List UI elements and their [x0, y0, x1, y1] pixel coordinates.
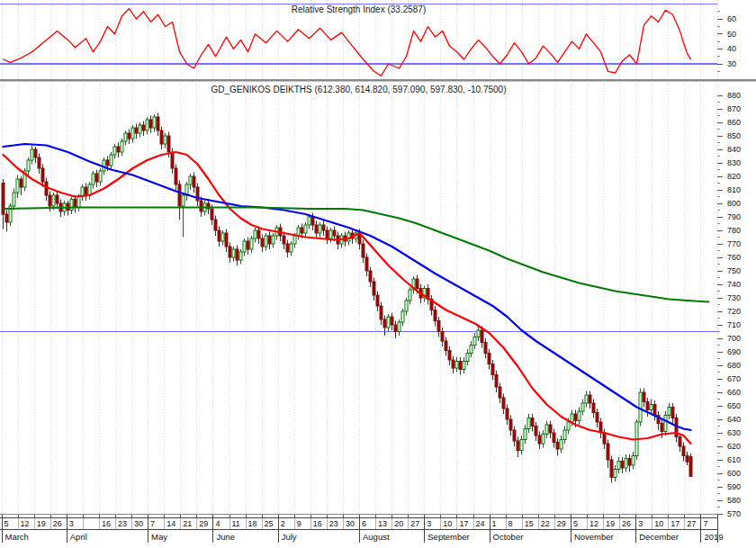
candle-body [481, 330, 483, 343]
ma-green-line [4, 208, 709, 302]
candle [247, 238, 249, 256]
candle [31, 146, 33, 165]
week-label: 26 [53, 519, 62, 528]
candle [412, 276, 415, 294]
candle-body [193, 176, 195, 187]
candle [290, 241, 292, 256]
candle-body [531, 418, 534, 427]
candle [459, 357, 462, 375]
candle-body [95, 174, 98, 182]
candle [545, 421, 548, 439]
candle-body [373, 282, 375, 295]
candle-body [491, 364, 494, 375]
candle [455, 357, 458, 373]
week-label: 29 [557, 519, 566, 528]
candle-body [589, 395, 591, 403]
week-label: 27 [687, 519, 696, 528]
candle-body [41, 168, 44, 182]
week-label: 23 [118, 519, 127, 528]
week-label: 16 [102, 519, 111, 528]
candle [185, 182, 188, 201]
candle-body [175, 168, 177, 184]
candle [509, 416, 512, 436]
price-axis-label: 790 [727, 212, 741, 221]
candle-body [74, 200, 76, 208]
candle [261, 235, 264, 253]
candle [560, 436, 562, 454]
candle-body [304, 225, 307, 233]
chart-canvas: 6050403088087086085084083082081080079078… [0, 0, 756, 548]
candle [221, 230, 224, 246]
price-axis-label: 680 [727, 361, 741, 370]
week-label: 10 [443, 519, 452, 528]
week-label: 23 [329, 519, 338, 528]
candle-body [243, 241, 246, 252]
candle-body [254, 230, 256, 238]
price-axis-label: 880 [727, 91, 741, 100]
candle-body [625, 459, 627, 469]
candle-body [283, 236, 285, 244]
candle [142, 121, 145, 137]
candle-body [434, 310, 436, 321]
candle [38, 154, 40, 175]
candle-body [437, 321, 440, 332]
candle-body [92, 174, 94, 184]
candle [373, 278, 375, 301]
candle [679, 433, 681, 452]
candle-body [261, 238, 264, 247]
candle [34, 147, 37, 163]
candle [394, 321, 397, 339]
price-axis-label: 750 [727, 266, 741, 275]
candle-body [661, 424, 663, 432]
candle-body [171, 152, 174, 168]
week-label: 30 [346, 519, 355, 528]
candle-body [574, 414, 577, 421]
candle-body [668, 408, 670, 416]
candle-body [286, 244, 289, 252]
week-label: 5 [4, 519, 9, 528]
candle [499, 383, 501, 404]
week-label: 19 [606, 519, 615, 528]
candle-body [643, 392, 645, 402]
candle [20, 176, 22, 195]
price-axis-label: 740 [727, 280, 741, 289]
candle [236, 246, 238, 266]
candle [362, 240, 364, 264]
candle [520, 436, 523, 454]
candle [599, 418, 602, 439]
candle-body [653, 405, 656, 416]
candle [549, 421, 552, 439]
candle [229, 243, 231, 264]
candle-body [293, 236, 296, 244]
candle-body [441, 332, 444, 342]
candle [113, 144, 116, 159]
candle [632, 452, 634, 470]
candle-body [236, 249, 238, 260]
candle-body [542, 435, 544, 445]
candle-body [110, 155, 112, 166]
candle-body [167, 136, 170, 152]
candle-body [329, 230, 332, 238]
candle [304, 222, 307, 238]
candle [157, 113, 159, 137]
price-axis-label: 660 [727, 388, 741, 397]
candle-body [646, 402, 649, 410]
candle-body [679, 437, 681, 447]
rsi-axis-label: 60 [727, 14, 736, 23]
candle [387, 314, 390, 332]
candle [427, 284, 429, 305]
candle-body [452, 360, 454, 368]
month-label: 2019 [704, 532, 723, 542]
candle [495, 371, 498, 392]
price-axis-label: 570 [727, 509, 741, 518]
price-axis-label: 810 [727, 185, 741, 194]
candle [617, 457, 620, 473]
candle [527, 414, 530, 433]
candle [95, 170, 98, 188]
candle [589, 391, 591, 409]
candle-body [538, 436, 541, 444]
candle [639, 389, 642, 427]
candle [463, 357, 465, 373]
candle-body [409, 290, 411, 301]
candle [380, 302, 382, 326]
